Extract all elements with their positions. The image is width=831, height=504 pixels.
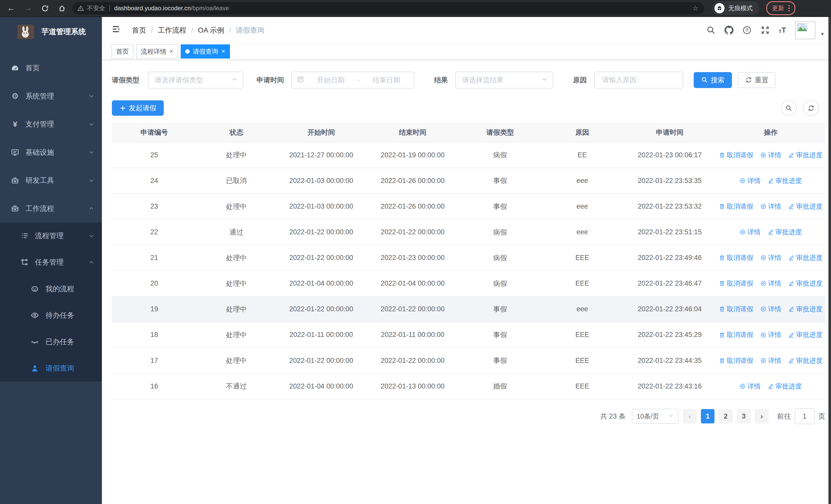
- page-button-1[interactable]: 1: [701, 409, 715, 423]
- action-progress-link[interactable]: 审批进度: [788, 279, 823, 288]
- action-detail-link[interactable]: 详情: [760, 356, 781, 365]
- browser-home-icon[interactable]: [55, 1, 69, 15]
- cell-id: 16: [112, 382, 197, 390]
- action-cancel-link[interactable]: 取消请假: [719, 253, 753, 262]
- close-icon[interactable]: ×: [222, 48, 225, 55]
- cell-end: 2022-01-26 00:00:00: [366, 203, 459, 210]
- action-progress-link[interactable]: 审批进度: [788, 330, 823, 339]
- action-cancel-link[interactable]: 取消请假: [719, 305, 753, 314]
- trash-icon: [719, 280, 725, 287]
- chevron-down-icon: [541, 76, 548, 84]
- close-icon[interactable]: ×: [170, 48, 173, 55]
- page-size-select[interactable]: 10条/页: [632, 409, 679, 424]
- browser-reload-icon[interactable]: [38, 1, 52, 15]
- cell-type: 病假: [459, 150, 541, 159]
- breadcrumb-item-2[interactable]: OA 示例: [198, 25, 224, 35]
- cell-status: 通过: [197, 228, 276, 237]
- toggle-search-button[interactable]: [781, 100, 797, 116]
- breadcrumb-item-0[interactable]: 首页: [132, 25, 146, 35]
- browser-forward-icon[interactable]: →: [21, 1, 35, 15]
- prev-page-button[interactable]: ‹: [683, 409, 697, 423]
- action-cancel-link[interactable]: 取消请假: [719, 151, 753, 159]
- tab-1[interactable]: 流程详情×: [136, 45, 178, 59]
- action-progress-link[interactable]: 审批进度: [768, 382, 802, 391]
- goto-page-input[interactable]: [795, 408, 814, 424]
- action-detail-link[interactable]: 详情: [760, 253, 781, 262]
- search-icon[interactable]: [707, 26, 716, 35]
- action-progress-link[interactable]: 审批进度: [768, 228, 802, 237]
- browser-back-icon[interactable]: ←: [4, 1, 18, 15]
- action-cancel-link[interactable]: 取消请假: [719, 356, 753, 365]
- help-icon[interactable]: ?: [742, 26, 751, 35]
- table-toolbar: 发起请假: [112, 100, 825, 116]
- page-button-3[interactable]: 3: [737, 409, 751, 423]
- fullscreen-icon[interactable]: [761, 26, 770, 35]
- refresh-icon: [745, 77, 752, 83]
- app-logo[interactable]: 芋道管理系统: [0, 17, 102, 47]
- cell-status: 处理中: [197, 150, 276, 159]
- apply-time-range-picker[interactable]: 开始日期 - 结束日期: [291, 71, 414, 89]
- browser-update-button[interactable]: 更新: [766, 1, 795, 15]
- action-cancel-link[interactable]: 取消请假: [719, 330, 753, 339]
- next-page-button[interactable]: ›: [755, 409, 769, 423]
- browser-menu-icon[interactable]: [789, 5, 790, 11]
- create-leave-button[interactable]: 发起请假: [112, 100, 164, 116]
- action-detail-link[interactable]: 详情: [760, 151, 781, 159]
- edit-icon: [788, 152, 795, 158]
- tab-2[interactable]: 请假查询×: [181, 45, 230, 59]
- sidebar-item-0[interactable]: 首页: [0, 54, 102, 82]
- breadcrumb-item-1[interactable]: 工作流程: [158, 25, 187, 35]
- leave-type-select[interactable]: 请选择请假类型: [148, 71, 243, 89]
- cell-actions: 详情审批进度: [716, 228, 825, 237]
- sidebar-subitem-1[interactable]: 任务管理: [0, 249, 102, 276]
- reset-button[interactable]: 重置: [738, 72, 776, 88]
- tab-0[interactable]: 首页: [111, 45, 134, 59]
- avatar[interactable]: [795, 21, 815, 39]
- sidebar-subitem-0[interactable]: 流程管理: [0, 223, 102, 249]
- sidebar-item-4[interactable]: 研发工具: [0, 166, 102, 194]
- font-size-icon[interactable]: TT: [779, 26, 786, 34]
- url-bar[interactable]: 不安全 dashboard.yudao.iocoder.cn/bpm/oa/le…: [72, 2, 704, 14]
- result-select[interactable]: 请选择流结果: [455, 71, 553, 89]
- cell-type: 事假: [459, 305, 541, 314]
- action-progress-link[interactable]: 审批进度: [788, 356, 823, 365]
- action-detail-link[interactable]: 详情: [760, 279, 781, 288]
- action-progress-link[interactable]: 审批进度: [788, 151, 823, 159]
- cell-status: 处理中: [197, 305, 276, 314]
- github-icon[interactable]: [724, 26, 734, 35]
- refresh-table-button[interactable]: [803, 100, 819, 116]
- sidebar-collapse-icon[interactable]: [111, 25, 120, 36]
- search-button[interactable]: 搜索: [694, 72, 732, 88]
- action-detail-link[interactable]: 详情: [760, 202, 781, 211]
- action-progress-link[interactable]: 审批进度: [788, 202, 823, 211]
- sidebar-item-5[interactable]: 工作流程: [0, 195, 102, 223]
- sidebar-item-2[interactable]: ¥支付管理: [0, 110, 102, 138]
- action-progress-link[interactable]: 审批进度: [788, 253, 823, 262]
- action-detail-link[interactable]: 详情: [760, 330, 781, 339]
- sidebar-item-3[interactable]: 基础设施: [0, 138, 102, 166]
- sidebar-subitem-4[interactable]: 已办任务: [0, 328, 102, 355]
- avatar-caret-icon[interactable]: ▾: [821, 31, 824, 37]
- action-cancel-link[interactable]: 取消请假: [719, 279, 753, 288]
- bookmark-star-icon[interactable]: ☆: [692, 4, 698, 12]
- action-detail-link[interactable]: 详情: [739, 176, 761, 185]
- page-button-2[interactable]: 2: [719, 409, 733, 423]
- main-area: 首页/工作流程/OA 示例/请假查询 ? TT ▾ 首页流程详情×请假查询×: [102, 17, 831, 504]
- action-progress-link[interactable]: 审批进度: [768, 176, 802, 185]
- security-status[interactable]: 不安全: [77, 4, 105, 12]
- reason-input[interactable]: [601, 76, 676, 84]
- update-label: 更新: [772, 4, 784, 12]
- sidebar-item-1[interactable]: ⚙系统管理: [0, 82, 102, 110]
- sidebar-subitem-3[interactable]: 待办任务: [0, 302, 102, 328]
- action-detail-link[interactable]: 详情: [739, 382, 761, 391]
- action-detail-link[interactable]: 详情: [760, 305, 781, 314]
- app-header: 首页/工作流程/OA 示例/请假查询 ? TT ▾: [102, 17, 831, 43]
- sidebar-subitem-5[interactable]: 请假查询: [0, 355, 102, 382]
- sidebar-subitem-2[interactable]: 我的流程: [0, 276, 102, 302]
- cell-apply: 2022-01-22 23:43:16: [623, 382, 716, 390]
- cell-status: 处理中: [197, 330, 276, 339]
- goto-suffix: 页: [819, 412, 825, 421]
- action-cancel-link[interactable]: 取消请假: [719, 202, 753, 211]
- action-detail-link[interactable]: 详情: [739, 228, 761, 237]
- action-progress-link[interactable]: 审批进度: [788, 305, 823, 314]
